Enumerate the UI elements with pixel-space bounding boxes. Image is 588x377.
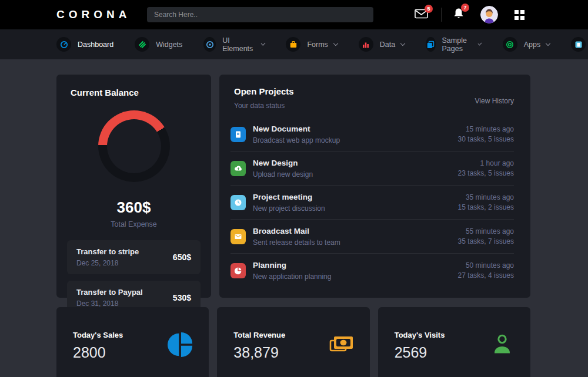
project-subtitle: Upload new design — [253, 170, 313, 179]
project-tasks: 15 tasks, 2 issues — [458, 203, 514, 213]
donut-hole — [107, 119, 161, 173]
nav-item-documentation[interactable]: Documentation — [571, 37, 588, 52]
apps-grid-icon[interactable] — [514, 10, 524, 20]
notifications-button[interactable]: 7 — [453, 8, 465, 22]
nav-label: Dashboard — [78, 41, 113, 49]
messages-count-badge: 5 — [425, 5, 433, 13]
project-tasks: 35 tasks, 7 issues — [458, 237, 514, 247]
project-title: Broadcast Mail — [253, 227, 340, 235]
project-tasks: 30 tasks, 5 issues — [458, 134, 514, 144]
transfer-title: Transfer to stripe — [76, 247, 139, 256]
cash-icon — [329, 332, 355, 360]
project-time: 35 minutes ago — [458, 193, 514, 203]
gauge-icon — [56, 37, 71, 52]
nav-label: Widgets — [156, 41, 182, 49]
clock-icon — [230, 195, 246, 210]
nav-label: Sample Pages — [442, 36, 473, 53]
topbar-actions: 5 7 — [415, 6, 524, 23]
person-icon — [489, 332, 515, 360]
project-subtitle: Broadcast web app mockup — [253, 136, 340, 144]
target-icon — [503, 37, 517, 52]
transfer-amount: 650$ — [173, 253, 191, 262]
search-input[interactable] — [154, 11, 366, 19]
todays-sales-card: Today's Sales 2800 — [56, 307, 209, 377]
project-row[interactable]: Project meeting New project discussion 3… — [230, 186, 514, 220]
project-row[interactable]: Broadcast Mail Sent release details to t… — [230, 220, 514, 254]
nav-label: Data — [380, 41, 395, 49]
disc-icon — [203, 37, 216, 52]
nav-item-apps[interactable]: Apps — [503, 37, 550, 52]
chevron-down-icon — [261, 41, 266, 46]
nav-label: UI Elements — [222, 36, 256, 53]
briefcase-icon — [286, 37, 300, 52]
project-title: New Document — [253, 124, 340, 133]
project-title: Project meeting — [253, 193, 325, 201]
pages-icon — [426, 37, 435, 52]
projects-list: New Document Broadcast web app mockup 15… — [230, 117, 514, 288]
project-tasks: 23 tasks, 5 issues — [458, 169, 514, 179]
projects-header: Open Projects Your data status View Hist… — [230, 86, 514, 110]
total-expense-label: Total Expense — [67, 220, 201, 228]
pie-icon — [230, 263, 246, 278]
current-balance-card: Current Balance 360$ Total Expense Trans… — [56, 75, 211, 298]
messages-button[interactable]: 5 — [415, 9, 428, 21]
stripes-icon — [135, 37, 149, 52]
transfer-date: Dec 25, 2018 — [76, 259, 139, 267]
transfer-row[interactable]: Transfer to stripe Dec 25, 2018 650$ — [67, 240, 201, 274]
card-title: Current Balance — [71, 87, 201, 97]
nav-item-data[interactable]: Data — [359, 37, 405, 52]
project-title: Planning — [253, 261, 331, 270]
project-subtitle: New project discussion — [253, 204, 325, 213]
total-revenue-card: Total Revenue 38,879 — [217, 307, 369, 377]
transfer-title: Transfer to Paypal — [76, 288, 143, 297]
project-tasks: 27 tasks, 4 issues — [458, 271, 514, 281]
document-icon — [230, 127, 246, 142]
envelope-icon — [230, 229, 246, 244]
transfer-amount: 530$ — [173, 293, 191, 302]
transfer-date: Dec 31, 2018 — [76, 299, 143, 308]
topbar-divider — [441, 8, 442, 22]
pie-chart-icon — [168, 332, 193, 360]
chevron-down-icon — [546, 41, 550, 45]
stats-row: Today's Sales 2800 Total Revenue 38,879 — [56, 307, 530, 377]
total-expense-value: 360$ — [67, 198, 201, 217]
top-row: Current Balance 360$ Total Expense Trans… — [56, 75, 530, 298]
content: Current Balance 360$ Total Expense Trans… — [0, 59, 588, 377]
project-time: 1 hour ago — [458, 159, 514, 169]
main-nav: Dashboard Widgets UI Elements — [0, 29, 588, 59]
project-row[interactable]: New Design Upload new design 1 hour ago … — [230, 152, 514, 186]
topbar: CORONA 5 — [0, 0, 588, 29]
project-row[interactable]: Planning New application planning 50 min… — [230, 254, 514, 288]
chevron-down-icon — [333, 41, 338, 45]
nav-item-forms[interactable]: Forms — [286, 37, 337, 52]
chevron-down-icon — [478, 41, 482, 45]
view-history-link[interactable]: View History — [475, 97, 514, 110]
cloud-upload-icon — [230, 161, 246, 176]
dashboard-page: CORONA 5 — [0, 0, 588, 377]
nav-item-widgets[interactable]: Widgets — [135, 37, 182, 52]
avatar[interactable] — [480, 6, 498, 23]
bar-chart-icon — [359, 37, 373, 52]
nav-item-dashboard[interactable]: Dashboard — [56, 37, 113, 52]
file-icon — [571, 37, 586, 52]
todays-visits-card: Today's Visits 2569 — [378, 307, 530, 377]
notifications-count-badge: 7 — [461, 4, 469, 12]
nav-item-sample-pages[interactable]: Sample Pages — [426, 36, 481, 53]
nav-label: Apps — [524, 41, 541, 49]
search-bar[interactable] — [147, 7, 373, 22]
open-projects-card: Open Projects Your data status View Hist… — [219, 75, 530, 298]
brand-logo[interactable]: CORONA — [56, 8, 147, 21]
project-subtitle: New application planning — [253, 272, 331, 281]
card-subtitle: Your data status — [234, 102, 294, 110]
card-title: Open Projects — [234, 86, 294, 96]
transfers-list: Transfer to stripe Dec 25, 2018 650$ Tra… — [67, 240, 201, 315]
project-row[interactable]: New Document Broadcast web app mockup 15… — [230, 117, 514, 152]
expense-donut-chart — [98, 110, 170, 182]
nav-item-ui-elements[interactable]: UI Elements — [203, 36, 265, 53]
project-subtitle: Sent release details to team — [253, 238, 340, 247]
project-time: 50 minutes ago — [458, 261, 514, 271]
chevron-down-icon — [400, 41, 405, 45]
project-time: 15 minutes ago — [458, 124, 514, 134]
project-time: 55 minutes ago — [458, 227, 514, 237]
nav-label: Forms — [307, 41, 328, 49]
